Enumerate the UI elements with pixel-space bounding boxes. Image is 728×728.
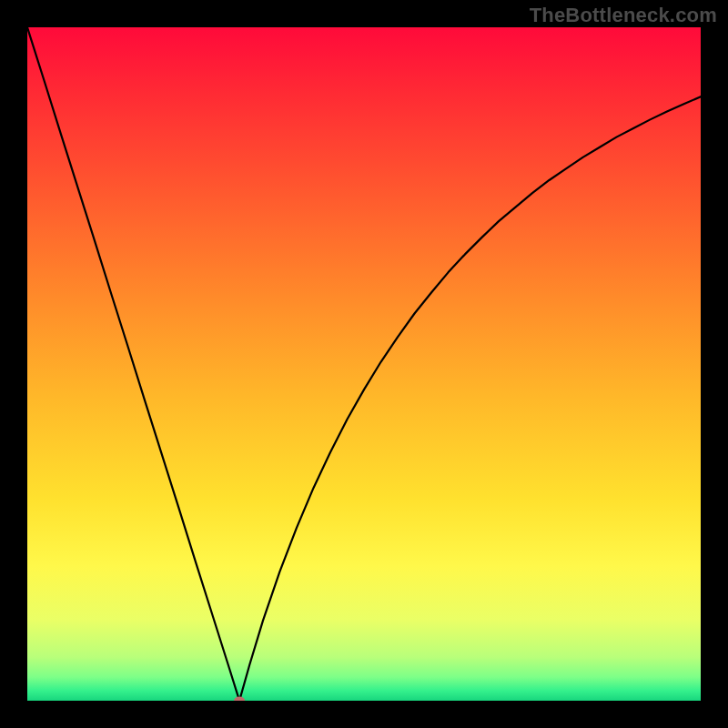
chart-stage: TheBottleneck.com (0, 0, 728, 728)
plot-area (27, 27, 701, 701)
gradient-background (27, 27, 701, 701)
chart-svg (27, 27, 701, 701)
watermark-text: TheBottleneck.com (530, 4, 717, 27)
